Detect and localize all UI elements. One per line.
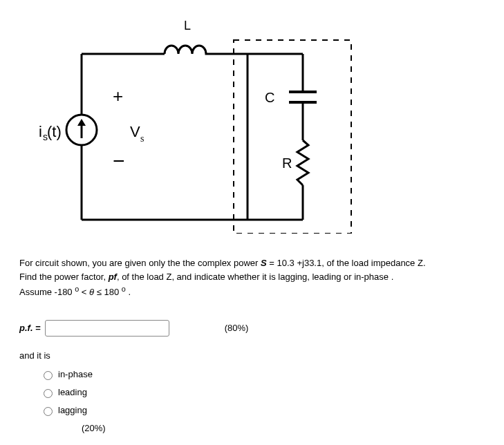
percent-80: (80%)	[225, 323, 249, 333]
radio-leading[interactable]: leading	[40, 387, 496, 398]
radio-group: in-phase leading lagging	[40, 369, 496, 416]
radio-in-phase[interactable]: in-phase	[40, 369, 496, 380]
source-label: i	[39, 123, 42, 140]
radio-in-phase-label: in-phase	[58, 369, 93, 379]
pf-label: p.f. =	[19, 323, 41, 333]
radio-in-phase-input[interactable]	[44, 371, 53, 380]
minus-sign: −	[113, 149, 125, 172]
pf-input[interactable]	[45, 320, 169, 337]
resistor-label: R	[282, 155, 292, 171]
voltage-label: V	[130, 123, 140, 140]
radio-lagging-label: lagging	[58, 405, 87, 415]
radio-lagging-input[interactable]	[44, 407, 53, 416]
percent-20: (20%)	[82, 423, 496, 433]
plus-sign: +	[113, 86, 123, 106]
radio-leading-label: leading	[58, 387, 87, 397]
pf-answer-row: p.f. = (80%)	[19, 320, 496, 337]
radio-lagging[interactable]: lagging	[40, 405, 496, 416]
circuit-diagram: L i s (t) + − V s C	[33, 19, 496, 236]
and-it-is-label: and it is	[19, 350, 496, 361]
source-label-t: (t)	[47, 123, 62, 140]
radio-leading-input[interactable]	[44, 389, 53, 398]
question-text: For circuit shown, you are given only th…	[19, 256, 496, 299]
voltage-label-sub: s	[140, 133, 144, 144]
inductor-label: L	[184, 19, 191, 32]
capacitor-label: C	[265, 90, 274, 105]
svg-rect-8	[234, 40, 351, 234]
circuit-svg: L i s (t) + − V s C	[33, 19, 379, 234]
